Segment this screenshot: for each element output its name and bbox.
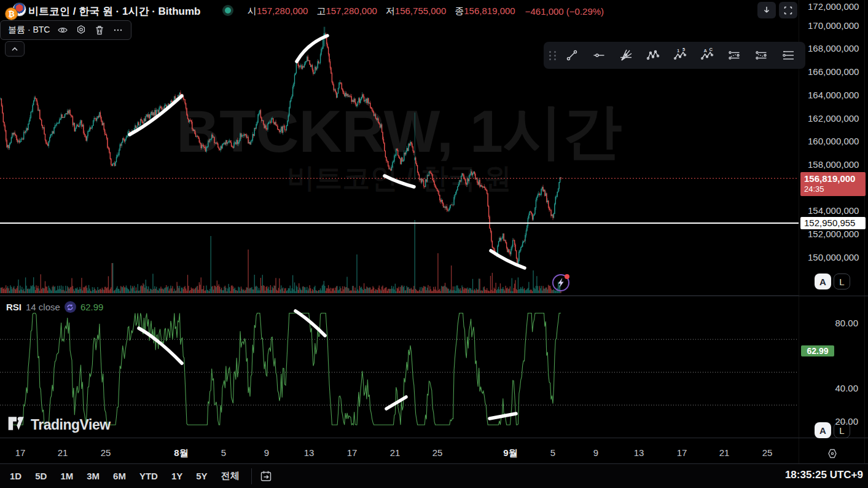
ohlc-item: 고157,280,000 bbox=[316, 6, 377, 17]
price-axis[interactable]: 156,819,000 24:35 152,950,955 62.99 AL A… bbox=[799, 0, 868, 464]
time-tick: 13 bbox=[634, 447, 644, 458]
ohlc-label: 시 bbox=[248, 6, 257, 16]
range-button-5y[interactable]: 5Y bbox=[189, 468, 214, 484]
session-clock[interactable]: 18:35:25 UTC+9 bbox=[785, 469, 863, 481]
settings-icon[interactable] bbox=[76, 25, 87, 36]
svg-text:비트코인 / 한국 원: 비트코인 / 한국 원 bbox=[287, 162, 511, 194]
price-axis-label[interactable]: 162,000,000 bbox=[808, 113, 858, 124]
svg-text:1: 1 bbox=[677, 48, 679, 53]
ohlc-value: 157,280,000 bbox=[257, 6, 308, 16]
rsi-axis-label[interactable]: 20.00 bbox=[808, 416, 858, 427]
download-button[interactable] bbox=[757, 2, 776, 18]
bar-countdown: 24:35 bbox=[804, 184, 866, 194]
bottom-toolbar: 1D5D1M3M6MYTD1Y5Y전체 18:35:25 UTC+9 bbox=[0, 464, 868, 488]
divider bbox=[251, 468, 252, 484]
trend-line-tool-button[interactable] bbox=[558, 44, 585, 67]
long-position-tool-button[interactable] bbox=[721, 44, 748, 67]
range-button-1m[interactable]: 1M bbox=[53, 468, 80, 484]
tradingview-logo-icon bbox=[7, 415, 26, 434]
bitcoin-icon: ₿ bbox=[5, 7, 18, 20]
range-button-전체[interactable]: 전체 bbox=[214, 468, 246, 484]
toolbar-drag-handle[interactable] bbox=[547, 48, 558, 63]
log-scale-button[interactable]: L bbox=[834, 274, 850, 289]
ohlc-label: 고 bbox=[316, 6, 326, 16]
svg-text:C: C bbox=[710, 48, 713, 52]
axis-settings-icon[interactable] bbox=[826, 447, 839, 460]
market-status-icon[interactable] bbox=[222, 5, 233, 16]
price-change: −461,000 (−0.29%) bbox=[525, 6, 604, 17]
refresh-icon[interactable] bbox=[65, 301, 76, 313]
more-options-icon[interactable] bbox=[112, 25, 123, 36]
range-button-3m[interactable]: 3M bbox=[80, 468, 106, 484]
rsi-axis-label[interactable]: 80.00 bbox=[808, 318, 858, 328]
horizontal-ray-tool-button[interactable] bbox=[585, 44, 612, 67]
fib-retracement-tool-button[interactable] bbox=[775, 44, 802, 67]
time-tick: 21 bbox=[390, 447, 401, 458]
time-axis[interactable]: 1721258월59131721259월5913172125 bbox=[0, 438, 868, 463]
rsi-legend[interactable]: RSI 14 close 62.99 bbox=[6, 301, 103, 313]
horizontal-ray-icon bbox=[592, 48, 606, 63]
price-axis-label[interactable]: 164,000,000 bbox=[808, 90, 858, 100]
ohlc-label: 종 bbox=[455, 6, 464, 16]
range-button-5d[interactable]: 5D bbox=[28, 468, 53, 484]
price-axis-label[interactable]: 172,000,000 bbox=[808, 1, 858, 12]
price-axis-label[interactable]: 160,000,000 bbox=[808, 136, 858, 146]
short-position-icon bbox=[754, 48, 768, 63]
range-button-6m[interactable]: 6M bbox=[106, 468, 133, 484]
time-tick: 5 bbox=[221, 447, 226, 458]
price-axis-label[interactable]: 154,000,000 bbox=[808, 205, 858, 216]
time-tick: 9월 bbox=[503, 447, 517, 459]
time-tick: 21 bbox=[719, 447, 730, 458]
elliott-impulse-wave-tool-button[interactable]: 15 bbox=[667, 44, 694, 67]
gann-fan-icon bbox=[619, 48, 633, 63]
current-price: 156,819,000 bbox=[804, 173, 866, 184]
goto-date-button[interactable] bbox=[257, 468, 275, 485]
drawing-toolbar: 15AC bbox=[544, 42, 805, 69]
time-tick: 13 bbox=[304, 447, 315, 458]
abc-pattern-icon: AC bbox=[700, 48, 714, 63]
rsi-value-badge: 62.99 bbox=[801, 345, 834, 356]
short-position-tool-button[interactable] bbox=[748, 44, 775, 67]
time-tick: 5 bbox=[550, 447, 555, 458]
tradingview-logo[interactable]: TradingView bbox=[7, 415, 111, 434]
volume-legend-label: 볼륨 · BTC bbox=[8, 25, 50, 36]
price-axis-label[interactable]: 168,000,000 bbox=[808, 43, 858, 53]
eye-icon[interactable] bbox=[57, 25, 68, 36]
svg-text:A: A bbox=[704, 48, 708, 53]
rsi-axis-label[interactable]: 40.00 bbox=[808, 383, 858, 393]
price-axis-label[interactable]: 158,000,000 bbox=[808, 159, 858, 170]
rsi-params: 14 close bbox=[26, 302, 60, 312]
price-axis-label[interactable]: 150,000,000 bbox=[808, 252, 858, 262]
gann-fan-tool-button[interactable] bbox=[612, 44, 639, 67]
ohlc-item: 종156,819,000 bbox=[455, 6, 515, 17]
time-tick: 25 bbox=[762, 447, 773, 458]
time-tick: 17 bbox=[347, 447, 358, 458]
price-scale-mode: AL bbox=[815, 274, 850, 289]
time-tick: 25 bbox=[432, 447, 443, 458]
pane-separator[interactable] bbox=[0, 296, 868, 296]
svg-text:5: 5 bbox=[682, 48, 685, 52]
time-tick: 17 bbox=[677, 447, 687, 458]
trend-line-icon bbox=[565, 48, 579, 63]
xabcd-pattern-icon bbox=[646, 48, 660, 63]
elliott-impulse-wave-icon: 15 bbox=[673, 48, 687, 63]
ohlc-item: 저156,755,000 bbox=[386, 6, 446, 17]
price-axis-label[interactable]: 166,000,000 bbox=[808, 66, 858, 77]
price-axis-label[interactable]: 152,000,000 bbox=[808, 229, 858, 239]
price-axis-label[interactable]: 170,000,000 bbox=[808, 20, 858, 31]
auto-scale-button[interactable]: A bbox=[815, 274, 831, 289]
fullscreen-button[interactable] bbox=[779, 2, 797, 18]
time-tick: 9 bbox=[264, 447, 269, 458]
range-button-ytd[interactable]: YTD bbox=[133, 468, 165, 484]
ohlc-values: 시157,280,000고157,280,000저156,755,000종156… bbox=[248, 6, 604, 17]
range-button-1y[interactable]: 1Y bbox=[165, 468, 189, 484]
range-button-1d[interactable]: 1D bbox=[3, 468, 28, 484]
long-position-icon bbox=[727, 48, 741, 63]
symbol-title[interactable]: 비트코인 / 한국 원 · 1시간 · Bithumb bbox=[28, 4, 201, 18]
trash-icon[interactable] bbox=[94, 25, 105, 36]
abc-pattern-tool-button[interactable]: AC bbox=[694, 44, 721, 67]
ohlc-label: 저 bbox=[386, 6, 395, 16]
collapse-legend-button[interactable] bbox=[5, 41, 25, 57]
volume-legend[interactable]: 볼륨 · BTC bbox=[0, 20, 131, 40]
xabcd-pattern-tool-button[interactable] bbox=[639, 44, 667, 67]
